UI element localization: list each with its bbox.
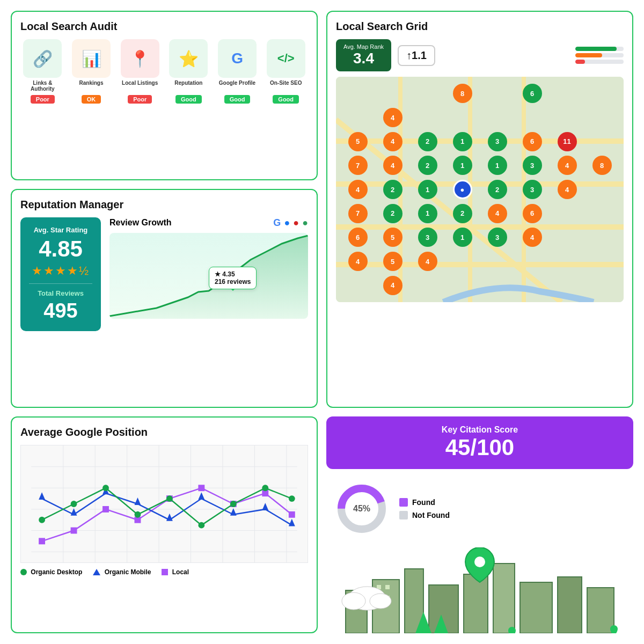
- node: 2: [383, 180, 402, 199]
- tripadvisor-icon: ●: [302, 217, 308, 229]
- mobile-triangle: [93, 569, 100, 575]
- svg-rect-62: [385, 585, 390, 589]
- review-growth-header: Review Growth G ● ● ●: [109, 217, 308, 229]
- grid-header: Avg. Map Rank 3.4 ↑1.1: [336, 39, 624, 71]
- svg-point-46: [198, 522, 204, 528]
- trend-box: ↑1.1: [398, 45, 435, 66]
- svg-rect-58: [520, 582, 552, 633]
- svg-marker-39: [262, 503, 268, 510]
- audit-title: Local Search Audit: [20, 20, 308, 33]
- reputation-title: Reputation Manager: [20, 199, 308, 211]
- found-legend-item: Found: [399, 498, 450, 507]
- node: 8: [453, 84, 472, 103]
- local-square: [162, 569, 168, 575]
- node: 6: [523, 132, 542, 151]
- donut-percent-label: 45%: [335, 482, 389, 536]
- node: 6: [348, 228, 368, 247]
- svg-point-65: [474, 557, 485, 567]
- node: 1: [453, 132, 472, 151]
- node: 3: [418, 228, 437, 247]
- legend-desktop-label: Organic Desktop: [31, 568, 82, 576]
- node: 4: [383, 156, 402, 175]
- svg-rect-25: [103, 506, 109, 513]
- avg-star-label: Avg. Star Rating: [34, 226, 88, 234]
- node: 2: [418, 132, 437, 151]
- svg-rect-63: [377, 596, 381, 600]
- audit-item-links[interactable]: 🔗 Links & Authority Poor: [20, 39, 65, 104]
- svg-rect-28: [198, 485, 204, 491]
- citation-title: Key Citation Score: [337, 425, 623, 435]
- grid-legend: [575, 47, 624, 64]
- review-growth-title: Review Growth: [109, 218, 172, 228]
- audit-badge-google: Good: [224, 95, 251, 104]
- svg-rect-53: [372, 580, 399, 633]
- audit-badge-links: Poor: [31, 95, 55, 104]
- node: 4: [558, 180, 577, 199]
- not-found-label: Not Found: [412, 511, 450, 519]
- legend-green: [575, 47, 624, 51]
- node: 4: [383, 276, 402, 295]
- node: 3: [488, 228, 507, 247]
- node: 1: [488, 156, 507, 175]
- audit-items: 🔗 Links & Authority Poor 📊 Rankings OK 📍…: [20, 39, 308, 104]
- node: 2: [453, 204, 472, 223]
- svg-rect-56: [464, 574, 488, 633]
- audit-item-rankings[interactable]: 📊 Rankings OK: [69, 39, 114, 104]
- audit-badge-listings: Poor: [128, 95, 152, 104]
- svg-point-68: [370, 594, 391, 609]
- node: 1: [418, 204, 437, 223]
- facebook-icon: ●: [284, 217, 290, 229]
- audit-item-seo[interactable]: </> On-Site SEO Good: [264, 39, 308, 104]
- right-bottom: Key Citation Score 45/100 45%: [326, 416, 633, 633]
- center-node: ●: [453, 180, 472, 199]
- svg-marker-37: [198, 492, 204, 500]
- node: 3: [523, 156, 542, 175]
- audit-label-rankings: Rankings: [79, 80, 104, 93]
- node: 1: [418, 180, 437, 199]
- svg-point-45: [166, 495, 173, 502]
- google-icon: G: [273, 217, 281, 229]
- svg-rect-55: [429, 585, 458, 633]
- seo-icon-box: </>: [267, 39, 305, 78]
- node: 5: [348, 132, 368, 151]
- total-reviews-label: Total Reviews: [38, 289, 84, 297]
- audit-item-listings[interactable]: 📍 Local Listings Poor: [118, 39, 162, 104]
- audit-card: Local Search Audit 🔗 Links & Authority P…: [11, 11, 318, 180]
- node: 3: [523, 180, 542, 199]
- node: 4: [383, 108, 402, 127]
- chart-tooltip: ★ 4.35 216 reviews: [209, 267, 257, 289]
- svg-marker-70: [434, 614, 448, 633]
- audit-badge-seo: Good: [273, 95, 299, 104]
- avg-rank-value: 3.4: [343, 50, 384, 67]
- desktop-dot: [20, 569, 27, 575]
- audit-item-reputation[interactable]: ⭐ Reputation Good: [166, 39, 211, 104]
- legend-red: [575, 60, 624, 64]
- svg-point-67: [342, 592, 365, 610]
- donut-chart: 45%: [335, 482, 389, 536]
- audit-item-google[interactable]: G Google Profile Good: [215, 39, 260, 104]
- node: 5: [383, 228, 402, 247]
- node: 7: [348, 204, 368, 223]
- svg-rect-54: [405, 569, 423, 633]
- total-reviews-value: 495: [43, 299, 77, 323]
- position-chart: [20, 445, 308, 563]
- node: 4: [348, 180, 368, 199]
- node: 4: [523, 228, 542, 247]
- audit-badge-reputation: Good: [175, 95, 202, 104]
- svg-rect-60: [587, 588, 614, 633]
- listings-icon-box: 📍: [121, 39, 159, 78]
- position-title: Average Google Position: [20, 426, 308, 438]
- reputation-card: Reputation Manager Avg. Star Rating 4.85…: [11, 189, 318, 408]
- node: 1: [453, 228, 472, 247]
- reputation-inner: Avg. Star Rating 4.85 ★★★★½ Total Review…: [20, 217, 308, 331]
- node: 2: [488, 180, 507, 199]
- not-found-legend-item: Not Found: [399, 511, 450, 519]
- star-display: ★★★★½: [32, 264, 90, 278]
- tooltip-rating: ★ 4.35: [215, 270, 251, 278]
- node: 11: [558, 132, 577, 151]
- audit-label-google: Google Profile: [219, 80, 255, 93]
- svg-point-43: [103, 485, 109, 491]
- node: 4: [558, 156, 577, 175]
- svg-marker-36: [166, 513, 173, 521]
- bottom-row: Average Google Position: [11, 416, 633, 633]
